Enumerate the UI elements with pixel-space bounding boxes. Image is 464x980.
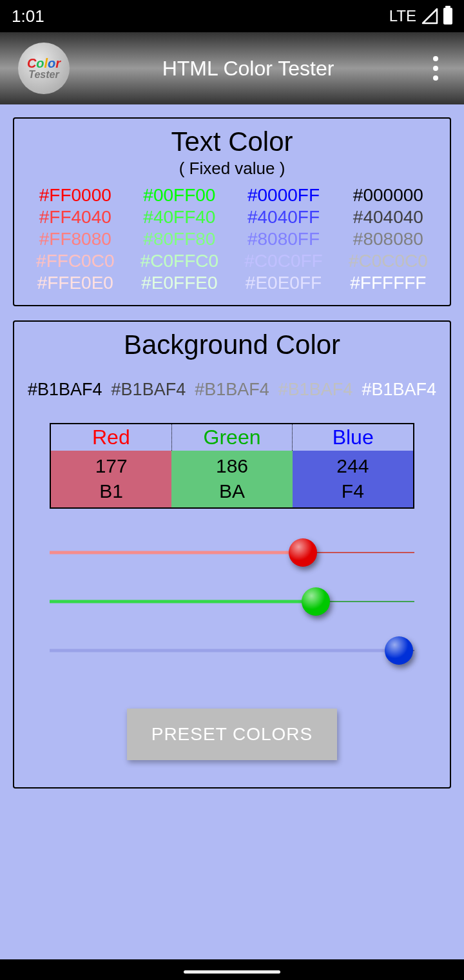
text-color-swatch: #FF8080 <box>39 229 111 250</box>
rgb-hex: BA <box>171 478 292 504</box>
text-color-swatch: #FFFFFF <box>350 273 426 293</box>
text-color-swatch: #E0E0FF <box>246 273 322 293</box>
rgb-header: RedGreenBlue <box>51 424 413 451</box>
status-network: LTE <box>389 7 416 25</box>
text-color-swatch: #00FF00 <box>143 185 215 206</box>
home-indicator[interactable] <box>184 970 280 974</box>
slider-track-fill <box>50 551 303 554</box>
rgb-decimal: 244 <box>293 453 413 478</box>
signal-icon <box>421 8 438 24</box>
text-color-swatch: #C0C0C0 <box>349 251 428 271</box>
text-color-panel: Text Color ( Fixed value ) #FF0000#FF404… <box>13 117 451 306</box>
bg-color-title: Background Color <box>23 329 441 360</box>
text-color-swatch: #FF4040 <box>39 207 111 228</box>
slider-thumb[interactable] <box>302 587 330 616</box>
green-slider[interactable] <box>50 587 414 616</box>
text-color-subtitle: ( Fixed value ) <box>23 159 441 179</box>
rgb-values: 177B1186BA244F4 <box>51 451 413 507</box>
rgb-hex: F4 <box>293 478 413 504</box>
rgb-hex: B1 <box>51 478 171 504</box>
app-title: HTML Color Tester <box>50 57 446 81</box>
battery-icon <box>443 8 452 24</box>
text-color-swatch: #40FF40 <box>143 207 215 228</box>
status-time: 1:01 <box>12 6 44 26</box>
bg-hex-row: #B1BAF4#B1BAF4#B1BAF4#B1BAF4#B1BAF4 <box>23 380 441 400</box>
text-color-swatch: #80FF80 <box>143 229 215 250</box>
rgb-header-cell: Red <box>51 424 172 451</box>
text-color-swatch: #FFC0C0 <box>36 251 114 271</box>
status-bar: 1:01 LTE <box>0 0 464 32</box>
text-color-swatch: #C0C0FF <box>244 251 322 271</box>
rgb-value-cell: 177B1 <box>51 451 171 507</box>
rgb-decimal: 177 <box>51 453 171 478</box>
text-color-swatch: #000000 <box>353 185 423 206</box>
slider-thumb[interactable] <box>289 538 317 567</box>
text-color-title: Text Color <box>23 126 441 157</box>
rgb-value-cell: 186BA <box>171 451 292 507</box>
slider-track-fill <box>50 600 316 603</box>
text-color-swatch: #FFE0E0 <box>37 273 113 293</box>
rgb-header-cell: Blue <box>293 424 413 451</box>
text-color-swatch: #404040 <box>353 207 423 228</box>
text-color-swatch: #808080 <box>353 229 423 250</box>
rgb-header-cell: Green <box>172 424 293 451</box>
title-bar: Color Tester HTML Color Tester <box>0 32 464 104</box>
bg-hex-value: #B1BAF4 <box>278 380 353 400</box>
text-color-swatch: #E0FFE0 <box>141 273 217 293</box>
blue-slider[interactable] <box>50 636 414 665</box>
text-color-swatch: #0000FF <box>247 185 320 206</box>
text-color-column: #00FF00#40FF40#80FF80#C0FFC0#E0FFE0 <box>140 185 218 293</box>
text-color-column: #0000FF#4040FF#8080FF#C0C0FF#E0E0FF <box>244 185 322 293</box>
bg-hex-value: #B1BAF4 <box>111 380 186 400</box>
nav-bar <box>0 959 464 980</box>
rgb-value-cell: 244F4 <box>293 451 413 507</box>
slider-track-rest <box>316 601 414 602</box>
text-color-column: #000000#404040#808080#C0C0C0#FFFFFF <box>349 185 428 293</box>
bg-hex-value: #B1BAF4 <box>28 380 102 400</box>
overflow-menu-icon[interactable] <box>427 50 445 87</box>
text-color-swatch: #8080FF <box>247 229 320 250</box>
preset-colors-button[interactable]: PRESET COLORS <box>127 709 338 760</box>
status-right: LTE <box>389 7 452 25</box>
slider-track-rest <box>303 552 414 553</box>
bg-hex-value: #B1BAF4 <box>362 380 436 400</box>
sliders-group <box>50 538 414 665</box>
text-color-grid: #FF0000#FF4040#FF8080#FFC0C0#FFE0E0#00FF… <box>23 185 441 293</box>
background-color-panel: Background Color #B1BAF4#B1BAF4#B1BAF4#B… <box>13 320 451 789</box>
slider-track-fill <box>50 649 399 652</box>
text-color-swatch: #FF0000 <box>39 185 111 206</box>
rgb-decimal: 186 <box>171 453 292 478</box>
rgb-table: RedGreenBlue 177B1186BA244F4 <box>50 423 414 509</box>
text-color-column: #FF0000#FF4040#FF8080#FFC0C0#FFE0E0 <box>36 185 114 293</box>
text-color-swatch: #C0FFC0 <box>140 251 218 271</box>
slider-thumb[interactable] <box>385 636 413 665</box>
red-slider[interactable] <box>50 538 414 567</box>
text-color-swatch: #4040FF <box>247 207 320 228</box>
bg-hex-value: #B1BAF4 <box>195 380 269 400</box>
